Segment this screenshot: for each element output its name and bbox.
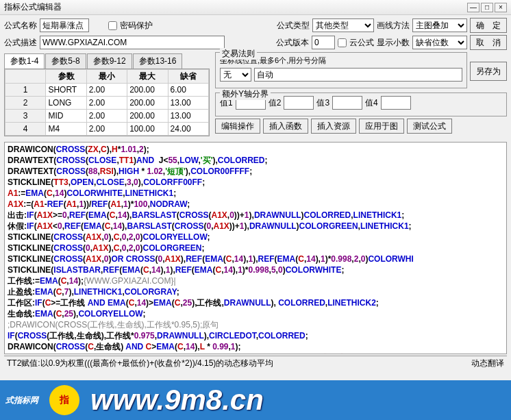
param-name[interactable] (48, 97, 84, 108)
type-label: 公式类型 (277, 20, 310, 32)
param-max[interactable] (129, 84, 165, 95)
desc-label: 公式描述 (4, 37, 37, 49)
param-min[interactable] (89, 123, 125, 134)
saveas-button[interactable]: 另存为 (470, 62, 507, 81)
banner-left: 式指标网 (5, 395, 38, 406)
param-def[interactable] (171, 97, 206, 108)
cloud-checkbox[interactable] (338, 38, 347, 47)
draw-select[interactable]: 主图叠加 (412, 18, 467, 32)
password-protect-checkbox[interactable] (108, 21, 117, 30)
v4-label: 值4 (365, 97, 378, 109)
type-select[interactable]: 其他类型 (312, 18, 374, 32)
param-min[interactable] (89, 84, 125, 95)
editop-button[interactable]: 编辑操作 (215, 119, 260, 134)
window-title: 指标公式编辑器 (4, 1, 466, 13)
param-min[interactable] (89, 110, 125, 121)
cloud-label: 云公式 (349, 37, 374, 49)
cancel-button[interactable]: 取 消 (470, 35, 507, 50)
rule-auto-input[interactable] (254, 68, 462, 82)
banner-url: www.9m8.cn (90, 384, 264, 417)
row-num: 3 (5, 110, 46, 123)
param-max[interactable] (129, 123, 165, 134)
draw-label: 画线方法 (377, 20, 410, 32)
param-def[interactable] (171, 123, 206, 134)
test-button[interactable]: 测试公式 (407, 119, 452, 134)
param-tab-2[interactable]: 参数9-12 (87, 53, 132, 69)
param-min[interactable] (89, 97, 125, 108)
param-name[interactable] (48, 123, 84, 134)
desc-input[interactable] (40, 36, 225, 49)
param-def[interactable] (171, 84, 206, 95)
v4-input[interactable] (381, 96, 411, 110)
extray-legend: 额外Y轴分界 (220, 88, 271, 100)
param-max[interactable] (129, 110, 165, 121)
rule-legend: 交易法则 (220, 48, 257, 60)
param-tab-3[interactable]: 参数13-16 (133, 53, 183, 69)
param-max[interactable] (129, 97, 165, 108)
watermark-banner: 式指标网 指 www.9m8.cn (0, 380, 511, 420)
v3-label: 值3 (316, 97, 329, 109)
rule-none-select[interactable]: 无 (220, 68, 251, 82)
decimal-label: 显示小数 (377, 37, 410, 49)
param-tab-1[interactable]: 参数5-8 (45, 53, 86, 69)
param-tab-0[interactable]: 参数1-4 (4, 53, 45, 69)
param-name[interactable] (48, 84, 84, 95)
v2-input[interactable] (284, 96, 314, 110)
param-name[interactable] (48, 110, 84, 121)
name-label: 公式名称 (4, 20, 37, 32)
col-max: 最大 (127, 70, 168, 84)
ok-button[interactable]: 确 定 (470, 18, 507, 33)
version-input[interactable] (312, 36, 335, 49)
row-num: 2 (5, 97, 46, 110)
version-label: 公式版本 (276, 37, 309, 49)
insres-button[interactable]: 插入资源 (311, 119, 356, 134)
minimize-button[interactable]: — (467, 3, 479, 12)
code-editor[interactable]: DRAWICON(CROSS(ZX,C),H*1.01,2);DRAWTEXT(… (4, 142, 507, 354)
password-protect-label: 密码保护 (120, 20, 153, 32)
row-num: 1 (5, 84, 46, 97)
decimal-select[interactable]: 缺省位数 (412, 36, 467, 49)
status-right: 动态翻译 (471, 358, 504, 369)
v3-input[interactable] (332, 96, 362, 110)
col-def: 缺省 (168, 70, 208, 84)
apply-button[interactable]: 应用于图 (359, 119, 404, 134)
param-def[interactable] (171, 110, 206, 121)
insfunc-button[interactable]: 插入函数 (263, 119, 308, 134)
close-button[interactable]: × (495, 3, 507, 12)
status-left: TT2赋值:以0.9为权重(((最高价+最低价)+(收盘价*2))/4.15)的… (7, 358, 471, 369)
col-param: 参数 (46, 70, 86, 84)
col-min: 最小 (86, 70, 127, 84)
banner-logo-icon: 指 (49, 385, 79, 415)
maximize-button[interactable]: □ (481, 3, 493, 12)
row-num: 4 (5, 123, 46, 136)
name-input[interactable] (40, 18, 89, 32)
